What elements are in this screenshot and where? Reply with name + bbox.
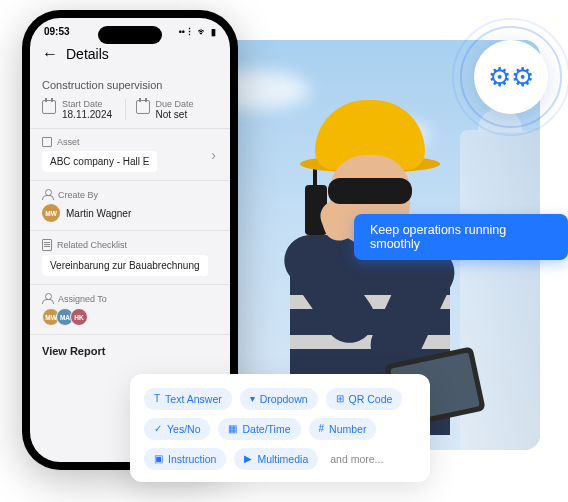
- chip-instruction[interactable]: ▣Instruction: [144, 448, 226, 470]
- due-date-label: Due Date: [156, 99, 194, 109]
- dropdown-icon: ▾: [250, 394, 255, 404]
- avatar: HK: [70, 308, 88, 326]
- app-header: ← Details: [30, 39, 230, 73]
- status-time: 09:53: [44, 26, 70, 37]
- chip-label: Number: [329, 423, 366, 435]
- start-date-field[interactable]: Start Date 18.11.2024: [42, 99, 125, 120]
- signal-icon: ••⋮: [179, 27, 194, 37]
- section-heading: Construction supervision: [30, 73, 230, 99]
- chip-label: Yes/No: [167, 423, 200, 435]
- calendar-icon: [136, 100, 150, 114]
- calendar-icon: [42, 100, 56, 114]
- check-icon: ✓: [154, 424, 162, 434]
- chip-number[interactable]: #Number: [309, 418, 377, 440]
- asset-value: ABC company - Hall E: [42, 151, 157, 172]
- more-link[interactable]: and more...: [326, 453, 383, 465]
- page-title: Details: [66, 46, 109, 62]
- chip-date-time[interactable]: ▦Date/Time: [218, 418, 300, 440]
- checklist-label: Related Checklist: [57, 240, 127, 250]
- callout-banner: Keep operations running smoothly: [354, 214, 568, 260]
- avatar: MW: [42, 204, 60, 222]
- checklist-field[interactable]: Related Checklist Vereinbarung zur Bauab…: [30, 231, 230, 284]
- calendar-icon: ▦: [228, 424, 237, 434]
- qr-icon: ⊞: [336, 394, 344, 404]
- back-button[interactable]: ←: [42, 45, 58, 63]
- number-icon: #: [319, 424, 325, 434]
- instruction-icon: ▣: [154, 454, 163, 464]
- wifi-icon: ᯤ: [198, 27, 207, 37]
- created-by-label: Create By: [58, 190, 98, 200]
- chip-label: QR Code: [349, 393, 393, 405]
- chip-text-answer[interactable]: TText Answer: [144, 388, 232, 410]
- chip-yes-no[interactable]: ✓Yes/No: [144, 418, 210, 440]
- asset-icon: [42, 137, 52, 147]
- chip-qr-code[interactable]: ⊞QR Code: [326, 388, 403, 410]
- asset-label: Asset: [57, 137, 80, 147]
- dynamic-island: [98, 26, 162, 44]
- chip-multimedia[interactable]: ▶Multimedia: [234, 448, 318, 470]
- created-by-name: Martin Wagner: [66, 208, 131, 219]
- start-date-label: Start Date: [62, 99, 112, 109]
- view-report-button[interactable]: View Report: [30, 335, 230, 367]
- chip-label: Instruction: [168, 453, 216, 465]
- checklist-value: Vereinbarung zur Bauabrechnung: [42, 255, 208, 276]
- chip-dropdown[interactable]: ▾Dropdown: [240, 388, 318, 410]
- users-icon: [42, 293, 53, 304]
- gears-icon: ⚙⚙: [488, 62, 534, 93]
- created-by-field: Create By MW Martin Wagner: [30, 181, 230, 230]
- chip-label: Date/Time: [242, 423, 290, 435]
- date-row: Start Date 18.11.2024 Due Date Not set: [30, 99, 230, 128]
- due-date-value: Not set: [156, 109, 194, 120]
- checklist-icon: [42, 239, 52, 251]
- chip-label: Multimedia: [257, 453, 308, 465]
- assigned-to-field[interactable]: Assigned To MW MA HK: [30, 285, 230, 334]
- gear-badge: ⚙⚙: [474, 40, 548, 114]
- chip-label: Text Answer: [165, 393, 222, 405]
- chevron-right-icon: ›: [211, 147, 216, 163]
- start-date-value: 18.11.2024: [62, 109, 112, 120]
- text-icon: T: [154, 394, 160, 404]
- play-icon: ▶: [244, 454, 252, 464]
- chip-label: Dropdown: [260, 393, 308, 405]
- assigned-label: Assigned To: [58, 294, 107, 304]
- user-icon: [42, 189, 53, 200]
- sunglasses-icon: [328, 178, 412, 204]
- battery-icon: ▮: [211, 27, 216, 37]
- input-types-card: TText Answer ▾Dropdown ⊞QR Code ✓Yes/No …: [130, 374, 430, 482]
- asset-field[interactable]: Asset ABC company - Hall E ›: [30, 129, 230, 180]
- due-date-field[interactable]: Due Date Not set: [125, 99, 219, 120]
